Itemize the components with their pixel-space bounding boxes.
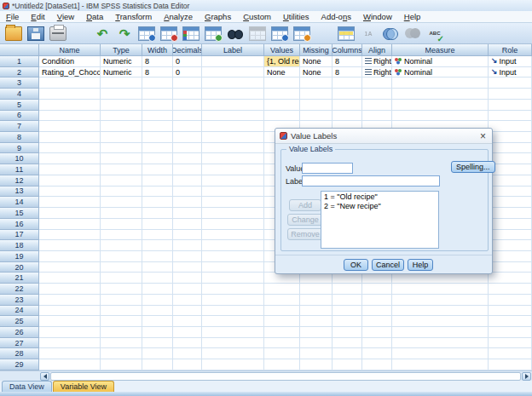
cell-align[interactable] [362,316,392,327]
cell-type[interactable] [101,197,142,208]
cell-columns[interactable] [332,316,362,327]
cell-decimals[interactable] [173,111,202,122]
row-header[interactable]: 13 [0,187,39,198]
cell-role[interactable] [489,164,532,175]
row-header[interactable]: 18 [0,240,39,251]
cell-missing[interactable] [300,111,332,122]
cell-columns[interactable] [332,77,362,89]
cell-label[interactable] [202,295,264,306]
value-label-list-item[interactable]: 1 = "Old recipe" [321,192,438,202]
cell-measure[interactable] [392,89,489,100]
cell-values[interactable] [264,306,300,317]
menu-analyze[interactable]: Analyze [158,12,199,21]
cancel-button[interactable]: Cancel [372,259,404,271]
cell-role[interactable] [489,284,532,295]
cell-measure[interactable] [392,338,489,349]
menu-data[interactable]: Data [80,12,109,21]
cell-label[interactable] [202,273,264,284]
cell-decimals[interactable]: 0 [173,56,202,67]
cell-align[interactable] [362,306,392,317]
cell-values[interactable] [264,359,300,370]
cell-name[interactable]: Condition [39,56,101,67]
cell-type[interactable] [101,77,142,89]
cell-values[interactable]: None [264,67,300,78]
cell-measure[interactable] [392,284,489,295]
spelling-button[interactable]: Spelling... [451,161,495,173]
cell-width[interactable] [142,219,173,230]
cell-width[interactable] [142,197,173,208]
row-header[interactable]: 5 [0,100,39,111]
cell-role[interactable] [489,77,532,89]
cell-name[interactable] [39,240,101,251]
cell-columns[interactable]: 8 [332,67,362,78]
toolbar-recall-dialogs-button[interactable] [69,24,91,43]
row-header[interactable]: 21 [0,273,39,284]
cell-width[interactable] [142,273,173,284]
cell-missing[interactable] [300,359,332,370]
row-header[interactable]: 19 [0,251,39,262]
cell-type[interactable] [101,121,142,132]
cell-columns[interactable] [332,359,362,370]
cell-decimals[interactable] [173,153,202,164]
cell-type[interactable] [101,164,142,175]
menu-utilities[interactable]: Utilities [277,12,315,21]
cell-align[interactable] [362,295,392,306]
cell-width[interactable] [142,143,173,154]
toolbar-print-button[interactable] [47,24,69,43]
cell-type[interactable] [101,143,142,154]
cell-type[interactable] [101,219,142,230]
cell-decimals[interactable] [173,197,202,208]
cell-decimals[interactable] [173,208,202,219]
cell-type[interactable] [101,338,142,349]
cell-role[interactable] [489,197,532,208]
cell-label[interactable] [202,164,264,175]
cell-width[interactable] [142,348,173,359]
cell-type[interactable] [101,187,142,198]
cell-type[interactable] [101,316,142,327]
label-input[interactable] [302,175,440,187]
cell-decimals[interactable] [173,100,202,111]
row-header[interactable]: 4 [0,89,39,100]
row-header[interactable]: 8 [0,132,39,143]
cell-type[interactable] [101,111,142,122]
cell-columns[interactable] [332,100,362,111]
cell-width[interactable] [142,77,173,89]
cell-measure[interactable] [392,273,489,284]
cell-name[interactable] [39,121,101,132]
cell-decimals[interactable] [173,121,202,132]
cell-decimals[interactable] [173,132,202,143]
cell-role[interactable] [489,230,532,241]
menu-view[interactable]: View [51,12,80,21]
cell-name[interactable] [39,348,101,359]
toolbar-insert-variable-button[interactable] [269,24,291,43]
column-header-role[interactable]: Role [489,44,532,56]
cell-align[interactable] [362,284,392,295]
column-header-missing[interactable]: Missing [300,44,332,56]
cell-columns[interactable] [332,338,362,349]
cell-width[interactable]: 8 [142,67,173,78]
cell-name[interactable] [39,327,101,338]
cell-type[interactable] [101,306,142,317]
cell-name[interactable] [39,100,101,111]
cell-role[interactable] [489,100,532,111]
column-header-label[interactable]: Label [202,44,264,56]
cell-type[interactable] [101,132,142,143]
cell-label[interactable] [202,111,264,122]
cell-decimals[interactable] [173,348,202,359]
toolbar-select-cases-button[interactable] [335,24,357,43]
cell-name[interactable] [39,262,101,273]
cell-width[interactable] [142,100,173,111]
ok-button[interactable]: OK [344,259,368,271]
cell-role[interactable] [489,175,532,187]
cell-missing[interactable] [300,327,332,338]
cell-columns[interactable] [332,284,362,295]
close-icon[interactable]: × [478,131,488,141]
horizontal-scrollbar[interactable] [0,370,532,381]
cell-missing[interactable] [300,273,332,284]
column-header-width[interactable]: Width [142,44,173,56]
menu-graphs[interactable]: Graphs [199,12,237,21]
cell-decimals[interactable] [173,230,202,241]
cell-type[interactable]: Numeric [101,67,142,78]
cell-missing[interactable] [300,306,332,317]
cell-align[interactable] [362,111,392,122]
